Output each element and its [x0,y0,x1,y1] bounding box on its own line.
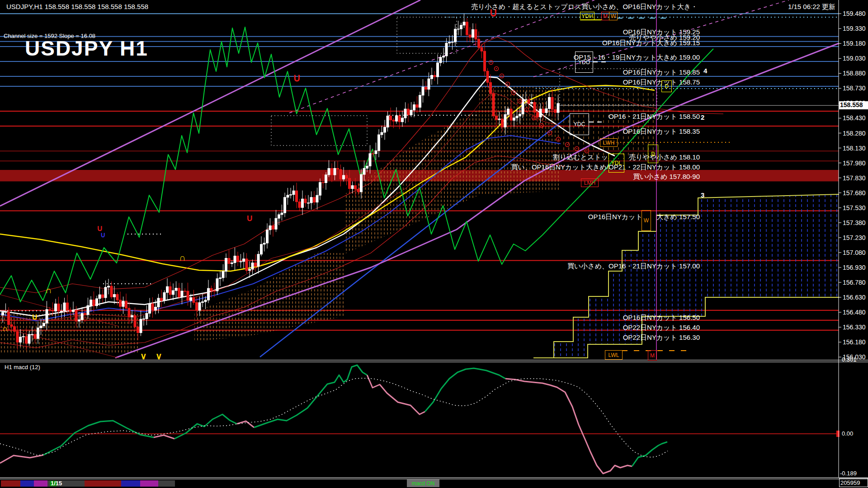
price-axis-tick: 156.630 [843,294,866,301]
tick-counter: 205959 [839,478,868,487]
price-axis-tick: 157.680 [843,189,866,197]
price-level-annotation: OP22日NYカット 156.40 [623,324,700,332]
price-axis-tick: 159.180 [843,40,866,47]
price-level-annotation: OP22日NYカット 156.30 [623,333,700,342]
price-level-annotation: OP16・21日NYカット 158.50 [609,113,700,121]
macd-axis-zero: 0.00 [842,430,853,437]
arrow-symbol: ∪ [100,231,106,239]
price-axis-tick: 157.530 [843,204,866,211]
price-axis-tick: 158.430 [843,114,866,122]
arrow-symbol: ∪ [32,313,38,321]
arrow-symbol: ∪ [246,213,253,222]
price-axis-tick: 156.330 [843,324,866,331]
price-level-annotation: OP16日NYカット大きめ 159.15 [602,39,700,47]
arrow-symbol: ∨ [156,352,162,361]
arrow-symbol: ∨ [140,352,147,361]
current-price-badge: 158.558 [839,101,868,109]
macd-panel-label: H1 macd (12) [5,364,40,371]
wave-count-label: 3 [701,191,704,199]
macd-on-button[interactable]: macd ON [407,479,439,487]
price-axis-tick: 156.930 [843,264,866,271]
price-level-annotation: OP16日NYカット 158.35 [623,127,700,136]
price-axis-tick: 157.980 [843,160,866,167]
price-axis-tick: 157.380 [843,219,866,226]
marker-label-box: M [648,350,657,361]
price-level-annotation: 割り込むとストッ [553,153,608,162]
macd-axis-min: -0.189 [840,470,857,477]
price-level-annotation: 売りやや小さめ 158.10 [629,153,700,162]
macd-indicator [0,365,840,474]
marker-label-box: YDO [575,52,593,73]
price-axis-tick: 158.730 [843,84,866,92]
trading-chart-window: 159.480159.330159.180159.030158.880158.7… [0,0,868,488]
arrow-symbol: ∩ [2,324,8,333]
price-level-annotation: 買い小さめ、OP16・21日NYカット 157.00 [567,262,700,271]
page-title: USDJPY H1 [25,36,148,61]
price-level-annotation: OP16日NYカット [588,213,642,221]
price-level-annotation: OP16日NYカット 156.50 [623,314,700,322]
date-marker: 1/15 [51,480,62,487]
marker-label-box: W [609,12,618,20]
price-axis-tick: 159.330 [843,25,866,32]
top-annotation: 売り小さめ・超えるとストップロス買い小さめ、OP16日NYカット大き・ [471,3,698,11]
marker-label-box: W [642,210,651,231]
marker-label-box: M [601,12,609,20]
marker-label-box: D [661,80,672,92]
price-axis-tick: 156.480 [843,309,866,316]
price-axis-tick: 159.480 [843,10,866,17]
price-level-annotation: 大きめ 157.50 [656,213,700,221]
marker-label-box: LWL [605,350,623,360]
price-level-annotation: 買い小さめ 157.80-90 [633,173,700,181]
price-axis-tick: 157.230 [843,234,866,241]
marker-label-box: YDL [609,154,624,173]
marker-label-box: YDC [570,113,589,135]
price-chart-svg [0,0,868,488]
price-axis-tick: 157.080 [843,249,866,256]
chart-title-bar: USDJPY,H1 158.558 158.558 158.558 158.55… [6,3,148,10]
wave-count-label: 4 [703,67,707,75]
arrow-symbol: ∩ [45,286,52,295]
wave-count-label: 2 [701,113,704,121]
arrow-symbol: ∪ [293,72,301,83]
price-level-annotation: 買い、OP16日NYカット大きめ/OP21・22日NYカット 158.00 [511,163,700,172]
price-axis-tick: 158.130 [843,145,866,152]
ichimoku-clouds [0,87,839,358]
marker-label-box: LWH [600,138,618,147]
marker-label-box: D [648,145,658,163]
price-axis-tick: 156.780 [843,279,866,286]
price-level-annotation: OP16日NYカット 158.85 [623,68,700,77]
price-axis-tick: 157.830 [843,174,866,182]
update-timestamp: 1/15 06:22 更新 [788,3,835,11]
arrow-symbol: ∩ [179,253,185,262]
marker-label-box: YDH [580,12,594,20]
price-axis-tick: 158.280 [843,130,866,137]
macd-axis-max: 0.301 [842,356,857,363]
price-axis-tick: 159.030 [843,55,866,62]
price-axis-tick: 158.880 [843,70,866,77]
price-axis-tick: 156.180 [843,338,866,346]
marker-label-box: LMH [581,178,599,187]
